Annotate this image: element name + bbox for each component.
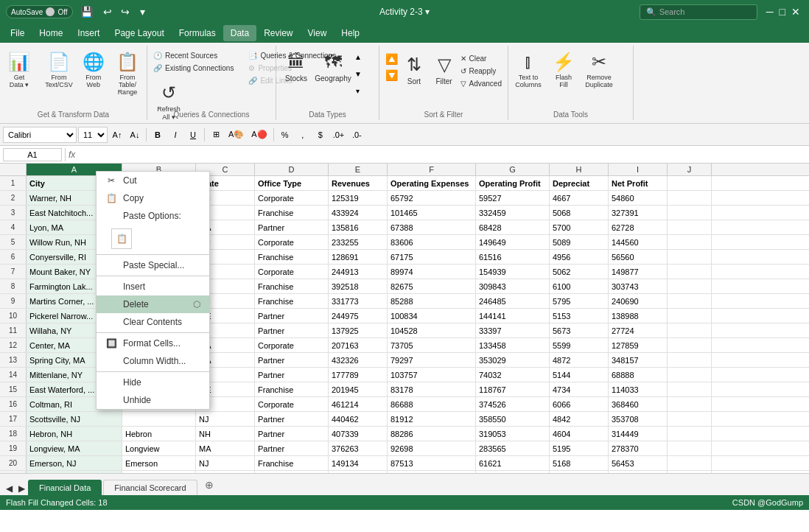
get-data-button[interactable]: 📊 GetData ▾ — [3, 49, 35, 91]
grid-cell[interactable]: 4956 — [550, 250, 609, 264]
sheet-tab-financial-data[interactable]: Financial Data — [28, 480, 102, 495]
paste-clipboard-icon[interactable]: 📋 — [111, 228, 132, 249]
grid-cell[interactable] — [668, 265, 712, 279]
row-number[interactable]: 10 — [0, 309, 27, 323]
ctx-paste-special[interactable]: Paste Special... — [97, 256, 209, 274]
menu-review[interactable]: Review — [256, 25, 300, 41]
grid-cell[interactable] — [122, 471, 196, 473]
grid-cell[interactable]: 56560 — [609, 250, 668, 264]
grid-cell[interactable]: 101465 — [388, 206, 476, 220]
grid-cell[interactable] — [668, 456, 712, 470]
grid-cell[interactable]: 127859 — [609, 338, 668, 352]
grid-cell[interactable]: 5673 — [550, 323, 609, 337]
grid-cell[interactable]: 4842 — [550, 412, 609, 426]
grid-cell[interactable]: 135816 — [329, 220, 388, 234]
sort-az-button[interactable]: 🔼 — [382, 52, 401, 66]
grid-cell[interactable]: 244913 — [329, 265, 388, 279]
grid-cell[interactable]: 331773 — [329, 294, 388, 308]
grid-cell[interactable]: 332459 — [476, 206, 550, 220]
grid-cell[interactable]: Partner — [255, 309, 329, 323]
ctx-unhide[interactable]: Unhide — [97, 391, 209, 409]
grid-cell[interactable]: 149877 — [609, 265, 668, 279]
ctx-insert[interactable]: Insert — [97, 278, 209, 295]
grid-cell[interactable]: Emerson — [122, 456, 196, 470]
from-table-button[interactable]: 📋 From Table/Range — [111, 49, 144, 97]
grid-cell[interactable]: Operating Profit — [476, 176, 550, 190]
grid-cell[interactable]: 114033 — [609, 382, 668, 396]
row-number[interactable]: 11 — [0, 323, 27, 337]
clear-button[interactable]: ✕ Clear — [458, 53, 505, 64]
ctx-column-width[interactable]: Column Width... — [97, 352, 209, 370]
grid-cell[interactable]: 67175 — [388, 250, 476, 264]
grid-cell[interactable]: Operating Expenses — [388, 176, 476, 190]
currency-button[interactable]: $ — [312, 127, 329, 143]
grid-cell[interactable]: 27724 — [609, 323, 668, 337]
formula-input[interactable] — [78, 150, 806, 159]
grid-cell[interactable]: 92698 — [388, 441, 476, 455]
grid-cell[interactable] — [668, 368, 712, 382]
sheet-tab-financial-scorecard[interactable]: Financial Scorecard — [103, 480, 197, 495]
grid-cell[interactable] — [668, 427, 712, 441]
grid-cell[interactable]: Partner — [255, 368, 329, 382]
grid-cell[interactable]: 177789 — [329, 368, 388, 382]
menu-page-layout[interactable]: Page Layout — [107, 25, 171, 41]
grid-cell[interactable]: 319053 — [476, 427, 550, 441]
grid-cell[interactable]: 433924 — [329, 206, 388, 220]
grid-cell[interactable] — [668, 382, 712, 396]
grid-cell[interactable]: 133458 — [476, 338, 550, 352]
sheet-nav-right[interactable]: ▶ — [15, 482, 28, 495]
add-sheet-button[interactable]: ⊕ — [199, 476, 220, 494]
grid-cell[interactable]: 246485 — [476, 294, 550, 308]
grid-cell[interactable] — [668, 235, 712, 249]
row-number[interactable]: 4 — [0, 220, 27, 234]
grid-cell[interactable]: 128691 — [329, 250, 388, 264]
grid-cell[interactable]: NH — [196, 427, 255, 441]
grid-cell[interactable]: 68428 — [476, 220, 550, 234]
grid-cell[interactable]: 461214 — [329, 397, 388, 411]
grid-cell[interactable]: 5599 — [550, 338, 609, 352]
grid-cell[interactable]: 303743 — [609, 279, 668, 293]
grid-cell[interactable] — [668, 220, 712, 234]
grid-cell[interactable]: 88286 — [388, 427, 476, 441]
grid-cell[interactable]: Hebron — [122, 427, 196, 441]
grid-cell[interactable] — [668, 294, 712, 308]
grid-cell[interactable]: 309843 — [476, 279, 550, 293]
decrease-font-button[interactable]: A↓ — [127, 127, 143, 143]
grid-cell[interactable]: Franchise — [255, 382, 329, 396]
grid-cell[interactable]: 144560 — [609, 235, 668, 249]
col-header-f[interactable]: F — [388, 164, 476, 175]
increase-decimal-button[interactable]: .0+ — [330, 127, 348, 143]
grid-cell[interactable]: NJ — [196, 456, 255, 470]
stocks-button[interactable]: 🏛 Stocks — [279, 49, 313, 85]
grid-cell[interactable]: 353029 — [476, 353, 550, 367]
undo-button[interactable]: ↩ — [100, 4, 115, 19]
grid-cell[interactable] — [550, 471, 609, 473]
grid-cell[interactable] — [255, 471, 329, 473]
row-number[interactable]: 5 — [0, 235, 27, 249]
grid-cell[interactable]: 5062 — [550, 265, 609, 279]
grid-cell[interactable]: Net Profit — [609, 176, 668, 190]
menu-help[interactable]: Help — [334, 25, 367, 41]
ctx-paste-icons-row[interactable]: 📋 — [97, 225, 209, 253]
grid-cell[interactable]: 65792 — [388, 191, 476, 205]
grid-cell[interactable]: Longview — [122, 441, 196, 455]
grid-cell[interactable]: 374526 — [476, 397, 550, 411]
redo-button[interactable]: ↪ — [118, 4, 133, 19]
decrease-decimal-button[interactable]: .0- — [349, 127, 365, 143]
grid-cell[interactable]: Emerson, NJ — [27, 456, 122, 470]
underline-button[interactable]: U — [185, 127, 201, 143]
ctx-cut[interactable]: ✂ Cut — [97, 172, 209, 189]
grid-cell[interactable]: 86688 — [388, 397, 476, 411]
col-header-j[interactable]: J — [668, 164, 712, 175]
grid-cell[interactable]: 89974 — [388, 265, 476, 279]
grid-cell[interactable]: 278370 — [609, 441, 668, 455]
grid-cell[interactable]: 100834 — [388, 309, 476, 323]
grid-cell[interactable] — [329, 471, 388, 473]
grid-cell[interactable]: 5068 — [550, 206, 609, 220]
grid-cell[interactable] — [668, 353, 712, 367]
menu-view[interactable]: View — [301, 25, 335, 41]
grid-cell[interactable] — [27, 471, 122, 473]
grid-cell[interactable]: 432326 — [329, 353, 388, 367]
grid-cell[interactable]: 61516 — [476, 250, 550, 264]
grid-cell[interactable]: 59527 — [476, 191, 550, 205]
